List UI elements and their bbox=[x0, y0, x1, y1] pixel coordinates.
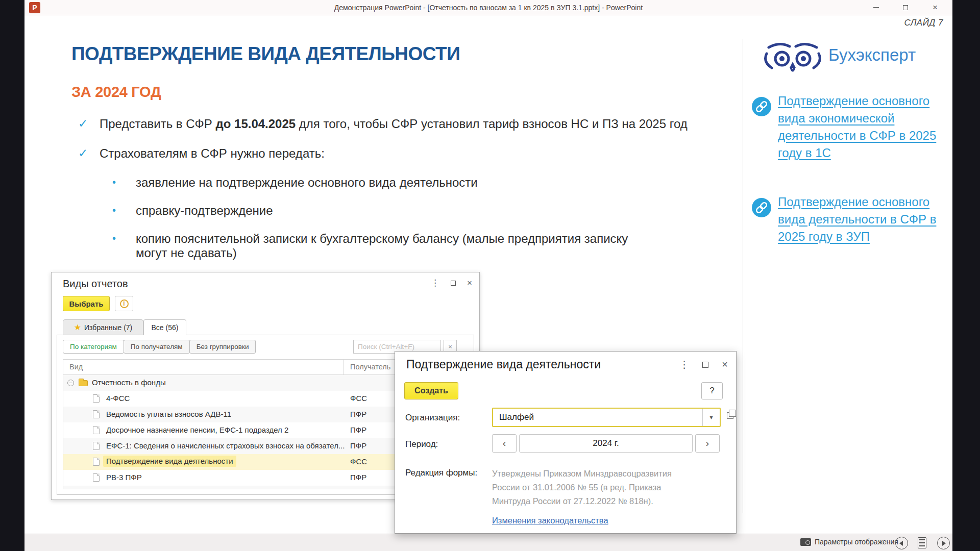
organization-field: ▾ bbox=[492, 408, 721, 427]
column-kind: Вид bbox=[69, 363, 83, 371]
dropdown-icon[interactable]: ▾ bbox=[702, 409, 720, 426]
slide-subtitle: ЗА 2024 ГОД bbox=[71, 84, 161, 101]
column-divider bbox=[343, 360, 344, 374]
display-settings-label: Параметры отображения bbox=[815, 538, 898, 546]
bullet-icon: • bbox=[112, 176, 136, 190]
dialog-menu-icon[interactable]: ⋮ bbox=[679, 359, 689, 370]
previous-slide-button[interactable] bbox=[895, 537, 908, 549]
filter-no-grouping[interactable]: Без группировки bbox=[189, 340, 256, 354]
bullet-item: ✓ Страхователям в СФР нужно передать: bbox=[78, 146, 325, 161]
slide-area: СЛАЙД 7 ПОДТВЕРЖДЕНИЕ ВИДА ДЕЯТЕЛЬНОСТИ … bbox=[24, 16, 952, 534]
minimize-button[interactable] bbox=[866, 0, 886, 15]
sidebar-link-1c[interactable]: Подтверждение основного вида экономическ… bbox=[778, 92, 948, 162]
dialog-title: Подтверждение вида деятельности bbox=[406, 358, 601, 371]
select-button[interactable]: Выбрать bbox=[63, 296, 110, 311]
bullet-text: Представить в СФР до 15.04.2025 для того… bbox=[100, 117, 688, 131]
tab-label: Все (56) bbox=[152, 323, 179, 332]
folder-icon bbox=[79, 380, 88, 386]
report-window-title: Виды отчетов bbox=[63, 278, 128, 290]
star-icon: ★ bbox=[74, 322, 81, 332]
collapse-icon[interactable]: − bbox=[67, 380, 74, 386]
edition-label: Редакция формы: bbox=[405, 468, 477, 478]
period-prev-button[interactable]: ‹ bbox=[492, 434, 517, 453]
period-label: Период: bbox=[405, 439, 438, 449]
bullet-text: Страхователям в СФР нужно передать: bbox=[100, 146, 325, 161]
document-icon bbox=[93, 458, 100, 466]
dialog-maximize-icon[interactable] bbox=[702, 362, 708, 368]
sub-bullet-item: • справку-подтверждение bbox=[112, 204, 273, 218]
link-icon bbox=[751, 96, 772, 117]
slide-title: ПОДТВЕРЖДЕНИЕ ВИДА ДЕЯТЕЛЬНОСТИ bbox=[71, 43, 460, 65]
info-button[interactable]: i bbox=[115, 296, 133, 311]
owl-logo-icon bbox=[762, 40, 824, 76]
organization-label: Организация: bbox=[405, 413, 460, 423]
create-button[interactable]: Создать bbox=[404, 382, 458, 399]
window-menu-icon[interactable]: ⋮ bbox=[431, 278, 439, 288]
bullet-item: ✓ Представить в СФР до 15.04.2025 для то… bbox=[78, 117, 688, 131]
minimize-icon bbox=[873, 7, 879, 8]
sub-bullet-text: справку-подтверждение bbox=[136, 204, 273, 218]
powerpoint-window: P Демонстрация PowerPoint - [Отчетность … bbox=[24, 0, 952, 551]
sub-bullet-item: • заявление на подтверждение основного в… bbox=[112, 176, 478, 190]
titlebar: P Демонстрация PowerPoint - [Отчетность … bbox=[24, 0, 952, 15]
previous-icon bbox=[899, 541, 903, 546]
brand-name: Бухэксперт bbox=[828, 45, 916, 65]
bullet-icon: • bbox=[112, 232, 136, 260]
tab-label: Избранные (7) bbox=[84, 323, 132, 332]
window-close-icon[interactable]: × bbox=[467, 278, 472, 288]
maximize-button[interactable] bbox=[895, 0, 916, 15]
check-icon: ✓ bbox=[78, 146, 100, 161]
document-icon bbox=[93, 426, 100, 434]
bullet-icon: • bbox=[112, 204, 136, 218]
column-recipient: Получатель bbox=[350, 363, 390, 371]
period-value[interactable]: 2024 г. bbox=[519, 434, 693, 453]
presenter-statusbar: Параметры отображения bbox=[24, 534, 952, 551]
link-icon bbox=[751, 197, 772, 218]
sub-bullet-item: • копию пояснительной записки к бухгалте… bbox=[112, 232, 651, 260]
window-maximize-icon[interactable] bbox=[451, 281, 456, 286]
close-button[interactable]: × bbox=[925, 0, 945, 15]
edition-text: Утверждены Приказом Минздравсоцразвития … bbox=[492, 467, 674, 508]
document-icon bbox=[93, 410, 100, 418]
filter-by-category[interactable]: По категориям bbox=[63, 340, 124, 354]
maximize-icon bbox=[903, 5, 908, 10]
confirmation-dialog: Подтверждение вида деятельности ⋮ × Созд… bbox=[395, 351, 737, 534]
sidebar-divider bbox=[743, 39, 743, 513]
sub-bullet-text: заявление на подтверждение основного вид… bbox=[136, 176, 478, 190]
group-name: Отчетность в фонды bbox=[92, 378, 166, 387]
close-icon: × bbox=[933, 3, 938, 13]
next-slide-button[interactable] bbox=[937, 537, 950, 549]
slide-number: СЛАЙД 7 bbox=[904, 18, 943, 28]
open-list-icon[interactable] bbox=[727, 412, 733, 419]
document-icon bbox=[93, 394, 100, 403]
window-title: Демонстрация PowerPoint - [Отчетность по… bbox=[24, 0, 952, 15]
display-settings-button[interactable]: Параметры отображения bbox=[800, 538, 898, 546]
period-next-button[interactable]: › bbox=[695, 434, 720, 453]
info-icon: i bbox=[120, 299, 129, 308]
sidebar-link-zup[interactable]: Подтверждение основного вида деятельност… bbox=[778, 193, 948, 245]
slide-notes-icon[interactable] bbox=[918, 537, 926, 548]
check-icon: ✓ bbox=[78, 117, 100, 131]
help-button[interactable]: ? bbox=[701, 382, 723, 399]
next-icon bbox=[942, 541, 946, 546]
filter-by-recipient[interactable]: По получателям bbox=[124, 340, 190, 354]
document-icon bbox=[93, 473, 100, 482]
document-icon bbox=[93, 442, 100, 450]
organization-input[interactable] bbox=[493, 409, 702, 426]
display-settings-icon bbox=[800, 538, 811, 546]
sub-bullet-text: копию пояснительной записки к бухгалтерс… bbox=[136, 232, 651, 260]
dialog-close-icon[interactable]: × bbox=[722, 359, 728, 370]
tab-favorites[interactable]: ★ Избранные (7) bbox=[63, 319, 143, 335]
law-changes-link[interactable]: Изменения законодательства bbox=[492, 516, 608, 525]
tab-all[interactable]: Все (56) bbox=[143, 319, 186, 335]
